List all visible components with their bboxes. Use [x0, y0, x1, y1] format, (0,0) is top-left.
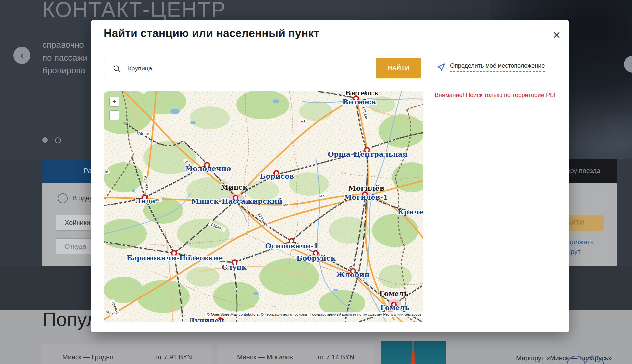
road-label: M4	[319, 194, 325, 199]
chevron-left-icon: ‹	[20, 50, 24, 60]
zoom-out-button[interactable]: −	[109, 110, 119, 120]
city-label: Могилёв	[348, 184, 384, 192]
chevron-right-icon: ›	[593, 360, 596, 364]
town-label: Vilnius	[137, 131, 151, 136]
station-label[interactable]: Борисов	[260, 172, 294, 180]
hero-subtitle-line: по пассажи	[42, 51, 88, 64]
route-card-route: Минск — Гродно	[62, 353, 113, 364]
hero-subtitle-line: справочно	[42, 38, 88, 51]
detect-location-label: Определить моё местоположение	[450, 62, 545, 72]
station-label[interactable]: Молодечно	[185, 164, 231, 173]
map[interactable]: M3E95/M8E28/M7E85/M11M6M4M4E271/M5E30/M1…	[104, 91, 423, 322]
station-label[interactable]: Могилёв-1	[344, 193, 388, 201]
route-card-route: Минск — Могилёв	[237, 353, 293, 364]
station-search-modal: ✕ Найти станцию или населенный пункт НАЙ…	[91, 20, 569, 332]
road-label: M3	[300, 120, 305, 124]
one-way-radio[interactable]	[58, 193, 68, 203]
hero-subtitle-line: бронирова	[42, 64, 88, 77]
page-title: КОНТАКТ-ЦЕНТР	[42, 0, 226, 22]
station-search-row: НАЙТИ	[104, 58, 421, 78]
town-label: ritis	[104, 169, 109, 174]
station-search-input[interactable]	[127, 58, 370, 79]
map-attribution: © OpenStreetMap contributors, © Географи…	[205, 312, 423, 317]
zoom-in-button[interactable]: +	[109, 97, 119, 107]
station-label[interactable]: Витебск	[342, 98, 376, 106]
station-label[interactable]: Орша-Центральная	[328, 150, 408, 158]
carousel-dots	[42, 137, 61, 143]
promo-photo[interactable]	[381, 341, 446, 364]
station-label[interactable]: Минск-Пассажирский	[191, 197, 282, 205]
route-card[interactable]: Минск — Гродно от 7.91 BYN	[42, 344, 212, 364]
route-card[interactable]: Минск — Могилёв от 7.14 BYN	[217, 344, 374, 364]
warning-text: Внимание! Поиск только по территории РБ!	[435, 91, 561, 100]
route-card-price: от 7.91 BYN	[155, 353, 192, 364]
detect-location-link[interactable]: Определить моё местоположение	[436, 62, 545, 72]
station-label[interactable]: Лида	[135, 197, 155, 205]
carousel-prev-button[interactable]: ‹	[13, 47, 30, 64]
city-label: Минск	[221, 183, 248, 191]
city-label: Витебск	[345, 91, 379, 97]
close-icon[interactable]: ✕	[551, 29, 562, 41]
search-icon	[113, 65, 121, 73]
station-label[interactable]: Жлобин	[336, 270, 369, 279]
map-canvas: M3E95/M8E28/M7E85/M11M6M4M4E271/M5E30/M1…	[104, 91, 423, 322]
find-button[interactable]: НАЙТИ	[376, 58, 421, 78]
page: КОНТАКТ-ЦЕНТР справочно по пассажи брони…	[0, 0, 632, 364]
station-label[interactable]: Гомель	[380, 303, 409, 312]
carousel-dot-active[interactable]	[42, 137, 48, 143]
location-arrow-icon	[436, 63, 446, 72]
map-speckle	[104, 91, 423, 322]
map-zoom-controls: + −	[109, 97, 119, 120]
carousel-dot[interactable]	[55, 137, 61, 143]
chevron-left-icon: ‹	[574, 360, 577, 364]
city-label: Гомель	[379, 289, 408, 297]
station-search-box	[104, 58, 376, 78]
station-label[interactable]: Осиповичи-1	[265, 242, 318, 250]
station-label[interactable]: Барановичи-Полесские	[127, 254, 223, 262]
station-label[interactable]: Лунинец	[188, 316, 224, 322]
church-spire-image	[410, 343, 416, 364]
modal-title: Найти станцию или населенный пункт	[104, 27, 319, 40]
station-label[interactable]: Бобруйск	[296, 254, 336, 262]
route-card-price: от 7.14 BYN	[318, 353, 354, 364]
station-label[interactable]: Слуцк	[222, 263, 247, 271]
station-label[interactable]: Кричев	[398, 208, 423, 216]
hero-subtitle: справочно по пассажи бронирова	[42, 38, 88, 77]
